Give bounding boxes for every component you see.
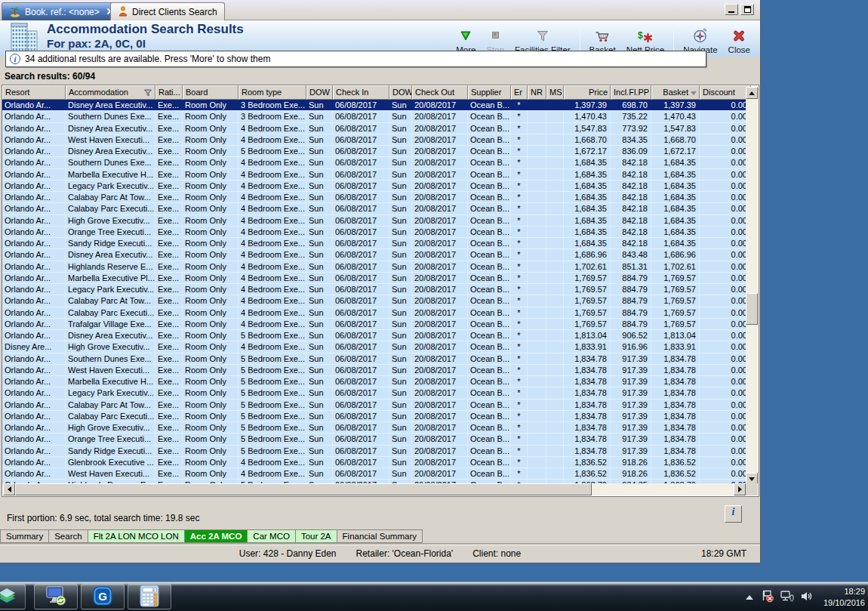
scroll-left-icon [8,486,11,492]
table-row[interactable]: Disney Are... High Grove Executiv... Exe… [2,341,746,353]
table-row[interactable]: Orlando Ar... Calabay Parc Executi... Ex… [2,411,746,422]
column-header-nr[interactable]: NR [528,85,546,100]
info-circle-icon: i [10,54,20,64]
column-header-ms[interactable]: MS [546,85,564,100]
column-filter-icon[interactable] [143,88,152,99]
hidden-icons-arrow[interactable] [746,595,753,600]
column-header-room-type[interactable]: Room type [239,85,306,100]
palm-tree-icon [9,5,21,20]
scroll-left-button[interactable] [3,483,15,495]
bottom-tab-bar: SummarySearchFlt 2A LON MCO LONAcc 2A MC… [0,529,760,544]
volume-icon[interactable] [800,590,814,605]
svg-text:0: 0 [152,588,155,593]
bottom-tab-flt-2a-lon-mco-lon[interactable]: Flt 2A LON MCO LON [88,529,185,543]
table-row[interactable]: Orlando Ar... Disney Area Executiv... Ex… [2,100,746,111]
taskbar-clock[interactable]: 18:29 19/10/2016 [819,586,865,608]
table-body: Orlando Ar... Disney Area Executiv... Ex… [2,100,746,485]
vertical-scroll-thumb[interactable] [746,293,758,325]
table-row[interactable]: Orlando Ar... Glenbrook Executive ... Ex… [2,457,746,468]
system-tray: 18:29 19/10/2016 [746,582,865,611]
info-bar: i 34 additional results are available. P… [5,51,706,67]
table-row[interactable]: Orlando Ar... High Grove Executiv... Exe… [2,215,746,227]
column-header-accommodation[interactable]: Accommodation [66,85,155,100]
tab-direct-clients-search[interactable]: Direct Clients Search [110,2,225,21]
maximize-button[interactable] [740,4,754,15]
column-header-dow-in[interactable]: DOW [306,85,333,100]
table-row[interactable]: Orlando Ar... Calabay Parc At Tow... Exe… [2,192,746,203]
status-gmt-time: 18:29 GMT [701,548,746,559]
column-header-board[interactable]: Board [183,85,239,100]
table-row[interactable]: Orlando Ar... Sandy Ridge Executi... Exe… [2,238,746,249]
table-row[interactable]: Orlando Ar... High Grove Executiv... Exe… [2,422,746,434]
navigate-compass-icon [692,28,709,45]
bottom-tab-tour-2a[interactable]: Tour 2A [296,529,337,543]
action-center-flag-icon[interactable] [761,589,774,605]
table-row[interactable]: Orlando Ar... West Haven Executi... Exe.… [2,365,746,376]
bottom-tab-financial-summary[interactable]: Financial Summary [337,529,423,543]
column-header-dow-out[interactable]: DOW [389,85,412,100]
table-row[interactable]: Orlando Ar... Marbella Executive H... Ex… [2,169,746,181]
taskbar-app-button-g[interactable]: G [81,584,125,609]
bottom-tab-summary[interactable]: Summary [0,529,49,543]
table-row[interactable]: Orlando Ar... Disney Area Executiv... Ex… [2,146,746,157]
table-row[interactable]: Orlando Ar... West Haven Executi... Exe.… [2,468,746,480]
info-button[interactable]: i [725,505,742,523]
tab-label: Book. ref.: <none> [25,7,100,17]
sort-desc-icon [691,91,697,95]
taskbar-app-button-remote-desktop[interactable] [34,584,78,609]
table-row[interactable]: Orlando Ar... Marbella Executive Pl... E… [2,273,746,284]
table-row[interactable]: Orlando Ar... Southern Dunes Exe... Exe.… [2,157,746,168]
column-header-basket[interactable]: Basket [651,85,700,100]
table-row[interactable]: Orlando Ar... Orange Tree Executi... Exe… [2,434,746,445]
table-row[interactable]: Orlando Ar... Calabay Parc Executi... Ex… [2,203,746,214]
column-header-er[interactable]: Er [511,85,528,100]
table-row[interactable]: Orlando Ar... Highlands Reserve E... Exe… [2,261,746,273]
table-row[interactable]: Orlando Ar... Orange Tree Executi... Exe… [2,227,746,238]
close-button[interactable]: Close [723,23,756,56]
pax-subtitle: For pax: 2A, 0C, 0I [47,37,244,51]
scroll-down-icon [749,477,755,481]
scroll-up-button[interactable] [746,87,758,99]
results-count-label: Search results: 60/94 [5,71,95,82]
column-header-price[interactable]: Price [564,85,611,100]
column-header-check-out[interactable]: Check Out [412,85,468,100]
scroll-right-button[interactable] [734,483,746,495]
table-row[interactable]: Orlando Ar... Calabay Parc Executi... Ex… [2,307,746,319]
table-row[interactable]: Orlando Ar... Legacy Park Executiv... Ex… [2,284,746,295]
column-header-incl-fl-pp[interactable]: Incl.Fl.PP [611,85,651,100]
taskbar-app-button-1[interactable] [0,584,26,609]
vertical-scrollbar[interactable] [746,87,758,485]
table-row[interactable]: Orlando Ar... Disney Area Executiv... Ex… [2,123,746,134]
table-row[interactable]: Orlando Ar... Southern Dunes Exe... Exe.… [2,111,746,122]
bottom-tab-search[interactable]: Search [49,529,88,543]
network-icon[interactable] [780,590,795,605]
taskbar-app-button-calculator[interactable]: 0 [128,584,171,609]
table-row[interactable]: Orlando Ar... West Haven Executi... Exe.… [2,134,746,146]
table-row[interactable]: Orlando Ar... Southern Dunes Exe... Exe.… [2,353,746,365]
table-row[interactable]: Orlando Ar... Legacy Park Executiv... Ex… [2,181,746,192]
column-header-resort[interactable]: Resort [2,85,66,100]
bottom-tab-car-mco[interactable]: Car MCO [248,529,296,543]
table-row[interactable]: Orlando Ar... Disney Area Executiv... Ex… [2,330,746,341]
column-header-discount[interactable]: Discount [700,85,751,100]
table-row[interactable]: Orlando Ar... Calabay Parc At Tow... Exe… [2,295,746,307]
tab-booking-ref[interactable]: Book. ref.: <none> [2,2,122,21]
minimize-button[interactable] [725,4,738,15]
app-window: Book. ref.: <none> Direct Clients Search… [0,0,761,563]
table-row[interactable]: Orlando Ar... Marbella Executive H... Ex… [2,376,746,387]
bottom-tab-acc-2a-mco[interactable]: Acc 2A MCO [185,529,248,543]
horizontal-scroll-thumb[interactable] [15,483,592,495]
horizontal-scrollbar[interactable] [3,483,746,495]
table-row[interactable]: Orlando Ar... Sandy Ridge Executi... Exe… [2,446,746,457]
filter-funnel-icon [535,29,550,45]
column-header-supplier[interactable]: Supplier [468,85,511,100]
table-row[interactable]: Orlando Ar... Disney Area Executiv... Ex… [2,249,746,261]
table-row[interactable]: Orlando Ar... Calabay Parc At Tow... Exe… [2,400,746,411]
column-header-check-in[interactable]: Check In [333,85,389,100]
table-row[interactable]: Orlando Ar... Trafalgar Village Exe... E… [2,319,746,330]
clock-date: 19/10/2016 [823,597,865,608]
table-row[interactable]: Orlando Ar... Legacy Park Executiv... Ex… [2,387,746,399]
svg-text:$: $ [638,30,643,41]
column-header-rating[interactable]: Rati... [155,85,183,100]
layers-app-icon [0,585,17,609]
